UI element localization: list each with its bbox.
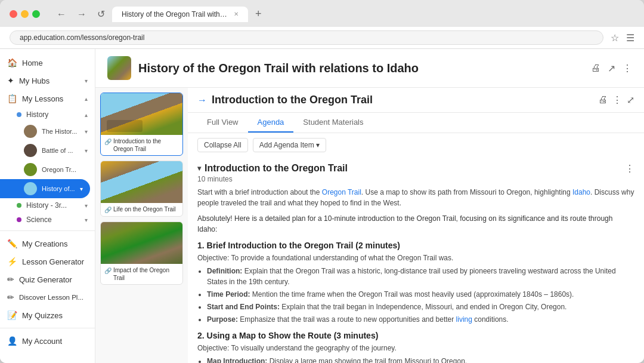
ai-response: Absolutely! Here is a detailed plan for … (197, 213, 634, 235)
more-icon[interactable]: ⋮ (623, 63, 632, 74)
section-header-row: ▾ Introduction to the Oregon Trail ⋮ (197, 163, 634, 175)
lesson-card-impact-img (101, 222, 182, 264)
section1-objective: Objective: To provide a foundational und… (197, 253, 634, 263)
discover-label: Discover Lesson Pl... (19, 294, 83, 301)
traffic-lights (10, 10, 40, 18)
action-bar: Collapse All Add Agenda Item ▾ (188, 133, 644, 157)
bookmark-icon[interactable]: ☆ (611, 32, 619, 44)
science-label: Science (26, 216, 52, 224)
page-title: History of the Oregon Trail with relatio… (138, 61, 584, 75)
lesson-detail: → Introduction to the Oregon Trail 🖨 ⋮ ⤢… (188, 88, 644, 363)
tab-title: History of the Oregon Trail with relatio… (122, 10, 229, 19)
detail-expand-icon[interactable]: ⤢ (627, 94, 634, 106)
menu-icon[interactable]: ☰ (626, 32, 634, 44)
lessons-icon: 📋 (7, 94, 17, 103)
bullet-start-end: Start and End Points: Explain that the t… (207, 302, 634, 312)
app-content: 🏠 Home ✦ My Hubs ▾ 📋 My Lessons ▴ Histor… (0, 49, 644, 363)
bullet-purpose: Purpose: Emphasize that the trail was a … (207, 314, 634, 325)
section-more-icon[interactable]: ⋮ (625, 163, 634, 174)
sidebar-item-home[interactable]: 🏠 Home (0, 54, 95, 72)
lesson1-label: The Histor... (42, 128, 77, 135)
sidebar-item-lesson-generator[interactable]: ⚡ Lesson Generator (0, 253, 95, 270)
share-icon[interactable]: ↗ (608, 63, 615, 74)
sidebar-item-my-account[interactable]: 👤 My Account (0, 332, 95, 350)
sidebar-item-my-quizzes[interactable]: 📝 My Quizzes (0, 306, 95, 324)
card-link-icon2: 🔗 (104, 206, 112, 214)
lesson-card-life[interactable]: 🔗 Life on the Oregon Trail (100, 161, 183, 217)
generator-icon: ⚡ (7, 257, 17, 266)
sidebar-item-my-hubs[interactable]: ✦ My Hubs ▾ (0, 72, 95, 90)
section2-heading: 2. Using a Map to Show the Route (3 minu… (197, 331, 634, 340)
quiz-generator-label: Quiz Generator (19, 275, 72, 284)
page-header: History of the Oregon Trail with relatio… (95, 49, 644, 88)
tab-agenda[interactable]: Agenda (248, 113, 294, 133)
detail-more-icon[interactable]: ⋮ (612, 94, 622, 106)
my-lessons-label: My Lessons (22, 94, 63, 103)
lesson4-label: History of... (42, 185, 75, 192)
browser-tab[interactable]: History of the Oregon Trail with relatio… (112, 7, 248, 22)
home-icon: 🏠 (7, 58, 17, 67)
sidebar-item-science[interactable]: Science ▾ (0, 213, 95, 227)
lesson-card-intro[interactable]: 🔗 Introduction to the Oregon Trail (100, 93, 183, 156)
collapse-all-button[interactable]: Collapse All (197, 138, 248, 152)
wagon-shape (107, 120, 143, 132)
chevron-up-icon: ▴ (85, 112, 88, 118)
my-account-label: My Account (22, 337, 62, 346)
sidebar-item-history-of[interactable]: History of... ▾ (0, 179, 90, 198)
forward-button[interactable]: → (75, 7, 89, 22)
sidebar-item-my-creations[interactable]: ✏️ My Creations (0, 235, 95, 253)
sidebar-item-quiz-generator[interactable]: ✏ Quiz Generator (0, 270, 95, 288)
lesson-title-text: Introduction to the Oregon Trail (212, 94, 373, 106)
sidebar-item-history3r[interactable]: History - 3r... ▾ (0, 198, 95, 213)
description: Start with a brief introduction about th… (197, 187, 634, 208)
lesson4-avatar (24, 182, 37, 195)
sidebar-item-lesson1[interactable]: The Histor... ▾ (0, 122, 95, 141)
living-link[interactable]: living (456, 315, 472, 324)
browser-controls: ← → ↺ History of the Oregon Trail with r… (10, 6, 634, 22)
science-dot (17, 217, 21, 222)
add-agenda-item-button[interactable]: Add Agenda Item ▾ (253, 138, 326, 152)
close-button[interactable] (10, 10, 17, 18)
duration: 10 minutes (197, 175, 634, 183)
back-button[interactable]: ← (54, 7, 69, 22)
lesson-card-impact[interactable]: 🔗 Impact of the Oregon Trail (100, 222, 183, 285)
sidebar-item-lesson3[interactable]: Oregon Tr... (0, 160, 95, 179)
print-icon[interactable]: 🖨 (591, 63, 600, 74)
account-icon: 👤 (7, 336, 17, 346)
page-header-actions: 🖨 ↗ ⋮ (591, 63, 632, 74)
detail-actions: 🖨 ⋮ ⤢ (598, 94, 634, 106)
lesson3-avatar (24, 163, 37, 176)
idaho-link1[interactable]: Idaho (572, 188, 590, 196)
chevron-down-icon: ▾ (85, 78, 88, 84)
lesson1-avatar (24, 125, 37, 138)
chevron-up-icon: ▴ (85, 96, 88, 102)
my-hubs-label: My Hubs (19, 76, 49, 85)
sidebar-item-discover[interactable]: ✏ Discover Lesson Pl... (0, 288, 95, 306)
new-tab-button[interactable]: + (250, 8, 267, 20)
lesson-card-intro-text: Introduction to the Oregon Trail (113, 137, 179, 153)
lesson-card-life-img (101, 161, 182, 203)
section1-heading: 1. Brief Introduction to the Oregon Trai… (197, 241, 634, 250)
detail-print-icon[interactable]: 🖨 (598, 94, 608, 106)
sidebar-item-history[interactable]: History ▴ (0, 107, 95, 122)
lesson2-label: Battle of ... (42, 147, 73, 154)
minimize-button[interactable] (21, 10, 29, 18)
quiz-gen-icon: ✏ (7, 275, 14, 284)
sidebar-item-my-lessons[interactable]: 📋 My Lessons ▴ (0, 90, 95, 107)
tabs-bar: Full View Agenda Student Materials (188, 113, 644, 133)
maximize-button[interactable] (32, 10, 40, 18)
card-link-icon3: 🔗 (104, 267, 112, 275)
sidebar-divider (0, 230, 95, 231)
sidebar: 🏠 Home ✦ My Hubs ▾ 📋 My Lessons ▴ Histor… (0, 49, 95, 363)
sidebar-item-lesson2[interactable]: Battle of ... ▾ (0, 141, 95, 160)
lesson-card-life-text: Life on the Oregon Trail (113, 205, 176, 213)
nav-buttons: ← → ↺ (54, 6, 107, 22)
address-bar[interactable]: app.education.com/lessons/oregon-trail (10, 30, 603, 45)
refresh-button[interactable]: ↺ (95, 6, 107, 22)
tab-student-materials[interactable]: Student Materials (293, 113, 373, 133)
tab-close-icon[interactable]: ✕ (234, 11, 239, 17)
oregon-trail-link1[interactable]: Oregon Trail (322, 188, 361, 196)
my-creations-label: My Creations (22, 239, 68, 248)
tab-full-view[interactable]: Full View (197, 113, 248, 133)
main-area: History of the Oregon Trail with relatio… (95, 49, 644, 363)
